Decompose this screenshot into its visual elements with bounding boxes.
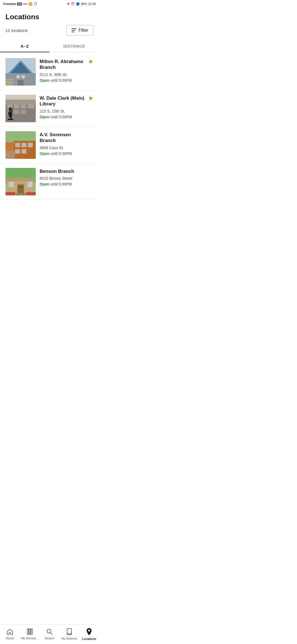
location-name-sorensen: A.V. Sorensen Branch (40, 132, 94, 144)
location-name-clark: W. Dale Clark (Main) Library (40, 95, 94, 107)
svg-rect-49 (28, 182, 32, 187)
svg-rect-17 (14, 104, 19, 108)
location-status-clark: Open until 5:00PM (40, 115, 94, 119)
svg-rect-48 (9, 182, 14, 187)
tab-az[interactable]: A–Z (0, 40, 50, 52)
status-rest-benson: until 5:00PM (51, 182, 72, 186)
location-item-clark[interactable]: W. Dale Clark (Main) Library ★ 215 S. 15… (0, 90, 99, 127)
svg-rect-18 (21, 104, 26, 108)
location-address-benson: 6015 Binney Street (40, 176, 94, 181)
location-item-benson[interactable]: Benson Branch 6015 Binney Street Open un… (0, 163, 99, 200)
location-count: 12 locations (6, 28, 28, 33)
status-rest-abrahams: until 5:00PM (51, 78, 72, 83)
page-title: Locations (0, 8, 99, 25)
location-status-sorensen: Open until 5:00PM (40, 151, 94, 156)
svg-rect-37 (21, 149, 26, 154)
status-open-sorensen: Open (40, 151, 50, 156)
filter-row: 12 locations Filter (0, 25, 99, 40)
location-thumb-sorensen (6, 131, 36, 159)
svg-rect-23 (6, 95, 36, 100)
svg-rect-10 (18, 80, 24, 86)
svg-rect-12 (6, 81, 13, 86)
status-right: 👁 ⏰ 🔵 80% 12:39 (67, 2, 96, 6)
music-icon: 🎵 (34, 2, 37, 6)
star-icon-clark[interactable]: ★ (88, 95, 94, 101)
svg-rect-28 (8, 119, 13, 120)
battery-label: 80% (81, 2, 87, 6)
svg-rect-51 (16, 194, 25, 195)
location-name-wrap-abrahams: Milton R. Abrahams Branch ★ (40, 59, 94, 70)
location-address-sorensen: 4808 Cass St. (40, 146, 94, 150)
svg-rect-11 (6, 79, 14, 80)
svg-rect-2 (72, 32, 74, 32)
location-info-benson: Benson Branch 6015 Binney Street Open un… (40, 168, 94, 186)
location-item-abrahams[interactable]: Milton R. Abrahams Branch ★ 5111 N. 90th… (0, 54, 99, 90)
signal-icon: ▪▪▪▪ (23, 2, 28, 6)
status-bar: Freedom HD ▪▪▪▪ 📶 🎵 👁 ⏰ 🔵 80% 12:39 (0, 0, 99, 8)
carrier-label: Freedom (3, 2, 16, 6)
location-info-abrahams: Milton R. Abrahams Branch ★ 5111 N. 90th… (40, 58, 94, 83)
location-item-sorensen[interactable]: A.V. Sorensen Branch 4808 Cass St. Open … (0, 127, 99, 163)
location-address-clark: 215 S. 15th St. (40, 109, 94, 113)
location-name-wrap-clark: W. Dale Clark (Main) Library ★ (40, 95, 94, 107)
status-open-benson: Open (40, 182, 50, 186)
filter-label: Filter (78, 28, 88, 33)
svg-point-27 (9, 107, 12, 111)
star-icon-abrahams[interactable]: ★ (88, 59, 94, 65)
svg-rect-22 (21, 110, 26, 114)
status-left: Freedom HD ▪▪▪▪ 📶 🎵 (3, 2, 37, 6)
time-label: 12:39 (88, 2, 96, 6)
eye-icon: 👁 (67, 2, 70, 6)
tab-distance[interactable]: DISTANCE (50, 40, 99, 52)
status-open-clark: Open (40, 115, 50, 119)
location-name-wrap-sorensen: A.V. Sorensen Branch (40, 132, 94, 144)
location-info-sorensen: A.V. Sorensen Branch 4808 Cass St. Open … (40, 131, 94, 156)
status-rest-clark: until 5:00PM (51, 115, 72, 119)
svg-rect-34 (21, 143, 26, 147)
location-address-abrahams: 5111 N. 90th St. (40, 72, 94, 77)
status-open-abrahams: Open (40, 78, 50, 83)
sort-tabs: A–Z DISTANCE (0, 40, 99, 53)
svg-rect-33 (15, 143, 20, 147)
location-name-benson: Benson Branch (40, 168, 94, 174)
location-status-abrahams: Open until 5:00PM (40, 78, 94, 83)
wifi-icon: 📶 (29, 2, 32, 6)
location-status-benson: Open until 5:00PM (40, 182, 94, 186)
location-name-abrahams: Milton R. Abrahams Branch (40, 59, 94, 70)
svg-rect-50 (15, 193, 26, 194)
location-thumb-abrahams (6, 58, 36, 86)
svg-rect-8 (16, 75, 20, 78)
filter-button[interactable]: Filter (66, 25, 94, 36)
svg-rect-35 (28, 143, 33, 147)
hd-badge: HD (17, 2, 22, 6)
svg-rect-0 (72, 28, 76, 29)
alarm-icon: ⏰ (71, 2, 75, 6)
svg-rect-9 (21, 75, 25, 78)
svg-rect-36 (15, 149, 20, 154)
svg-rect-1 (72, 30, 75, 31)
location-name-wrap-benson: Benson Branch (40, 168, 94, 174)
svg-rect-52 (6, 192, 15, 195)
svg-rect-19 (28, 104, 34, 108)
svg-rect-21 (14, 110, 19, 114)
svg-rect-45 (7, 178, 34, 181)
svg-rect-53 (26, 192, 36, 195)
filter-icon (72, 28, 76, 32)
location-info-clark: W. Dale Clark (Main) Library ★ 215 S. 15… (40, 95, 94, 119)
status-rest-sorensen: until 5:00PM (51, 151, 72, 156)
location-thumb-clark (6, 95, 36, 122)
location-list: Milton R. Abrahams Branch ★ 5111 N. 90th… (0, 54, 99, 200)
svg-rect-41 (6, 151, 15, 159)
bluetooth-icon: 🔵 (76, 2, 80, 6)
location-thumb-benson (6, 168, 36, 195)
